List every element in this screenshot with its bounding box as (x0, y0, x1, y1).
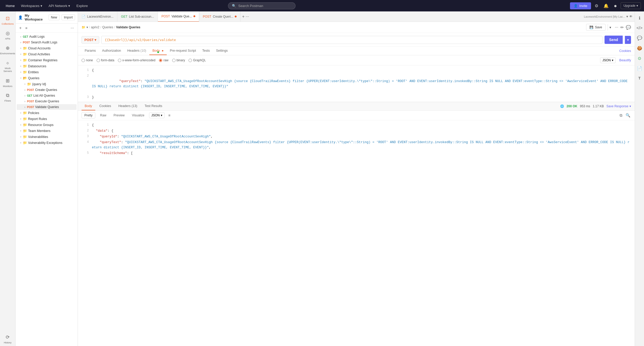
copy-button[interactable]: ⧉ (619, 112, 623, 118)
resp-format-visualize[interactable]: Visualize (129, 112, 147, 118)
tree-item-create-queries[interactable]: › POST Create Queries (17, 87, 77, 93)
save-button[interactable]: 💾 Save (586, 24, 605, 31)
tree-item-vulnerabilities[interactable]: › 📁 Vulnerabilities (17, 134, 77, 140)
sidebar-item-collections[interactable]: ⊡ Collections (1, 14, 15, 27)
save-dropdown-button[interactable]: ▾ (608, 24, 613, 31)
tab-validate-queries[interactable]: POST Validate Que... (158, 11, 199, 22)
settings-icon[interactable]: ⚙ (593, 2, 600, 9)
format-selector[interactable]: JSON ▾ (600, 57, 616, 63)
tree-item-vulnerability-exceptions[interactable]: › 📁 Vulnerability Exceptions (17, 140, 77, 146)
sidebar-item-environments[interactable]: ⊕ Environments (1, 43, 15, 57)
send-button[interactable]: Send (605, 36, 623, 44)
tab-params[interactable]: Params (82, 47, 99, 55)
cookie-jar-button[interactable]: 🍪 (635, 44, 644, 52)
radio-graphql[interactable]: GraphQL (189, 58, 206, 62)
upgrade-button[interactable]: Upgrade ▾ (621, 2, 641, 9)
url-input[interactable] (101, 36, 602, 44)
tree-item-team-members[interactable]: › 📁 Team Members (17, 128, 77, 134)
import-button[interactable]: Import (62, 15, 75, 20)
tree-item-report-rules[interactable]: › 📁 Report Rules (17, 116, 77, 122)
sidebar-item-history[interactable]: ⟳ History (1, 332, 15, 346)
response-format-selector[interactable]: JSON ▾ (149, 112, 165, 118)
breadcrumb-api-v2[interactable]: api/v2 (91, 25, 99, 29)
resp-format-preview[interactable]: Preview (111, 112, 127, 118)
invite-button[interactable]: 👤 Invite (570, 2, 591, 9)
edit-button[interactable]: ✏ (620, 25, 624, 30)
avatar-icon[interactable]: ● (612, 2, 619, 10)
save-response-button[interactable]: Save Response ▾ (606, 104, 631, 108)
request-body-editor[interactable]: 1 { 2 "queryText": "QUICKSTART_AWS_CTA_U… (78, 65, 635, 102)
breadcrumb-dropdown[interactable]: ▾ (86, 25, 88, 29)
radio-binary[interactable]: binary (172, 58, 185, 62)
tree-item-search-audit-logs[interactable]: › POST Search Audit Logs (17, 39, 77, 45)
tree-item-datasources[interactable]: › 📁 Datasources (17, 63, 77, 69)
env-dropdown-button[interactable]: ▾ (626, 15, 628, 18)
tab-authorization[interactable]: Authorization (99, 47, 124, 55)
tree-item-query-id[interactable]: › 📁 {query Id} (17, 81, 77, 87)
tab-create-query[interactable]: POST Create Queri... (199, 11, 240, 22)
env-eye-button[interactable]: 👁 (629, 15, 633, 18)
nav-home[interactable]: Home (3, 2, 17, 9)
tree-item-cloud-activities[interactable]: › 📁 Cloud Activities (17, 51, 77, 57)
info-panel-button[interactable]: ℹ (637, 14, 642, 22)
tree-item-validate-queries[interactable]: › POST Validate Queries (17, 104, 77, 110)
radio-form-data[interactable]: form-data (97, 58, 114, 62)
bell-icon[interactable]: 🔔 (602, 2, 610, 9)
resp-format-pretty[interactable]: Pretty (82, 112, 95, 118)
nav-explore[interactable]: Explore (74, 2, 90, 9)
chevron-right-icon: › (23, 83, 27, 85)
sidebar-item-mock-servers[interactable]: ⟐ Mock Servers (1, 58, 15, 75)
radio-none[interactable]: none (82, 58, 93, 62)
response-tab-test-results[interactable]: Test Results (142, 102, 165, 110)
tree-item-entities[interactable]: › 📁 Entities (17, 69, 77, 75)
add-tab-button[interactable]: + (242, 14, 244, 19)
response-tab-headers[interactable]: Headers (13) (115, 102, 140, 110)
nav-workspaces[interactable]: Workspaces ▾ (18, 2, 45, 9)
cookies-link[interactable]: Cookies (619, 47, 631, 55)
tree-item-cloud-accounts[interactable]: › 📁 Cloud Accounts (17, 45, 77, 51)
response-tab-cookies[interactable]: Cookies (96, 102, 114, 110)
radio-raw[interactable]: raw (159, 58, 168, 62)
comment-button[interactable]: 💬 (626, 25, 631, 30)
more-options-button[interactable]: ··· (615, 25, 618, 30)
tab-body[interactable]: Body ● (149, 47, 167, 55)
tree-item-resource-groups[interactable]: › 📁 Resource Groups (17, 122, 77, 128)
filter-icon[interactable]: ≡ (167, 113, 172, 118)
tab-tests[interactable]: Tests (199, 47, 213, 55)
new-button[interactable]: New (49, 15, 59, 20)
tree-item-container-registries[interactable]: › 📁 Container Registries (17, 57, 77, 63)
tab-lacework-env[interactable]: 📄 LaceworkEnviron... (78, 11, 117, 22)
radio-urlencoded[interactable]: x-www-form-urlencoded (118, 58, 155, 62)
breadcrumb-queries[interactable]: Queries (102, 25, 113, 29)
code-button[interactable]: </> (635, 24, 644, 32)
more-tabs-button[interactable]: ··· (246, 14, 249, 19)
text-icon[interactable]: T (637, 75, 642, 82)
resp-format-raw[interactable]: Raw (97, 112, 109, 118)
tree-item-execute-queries[interactable]: › POST Execute Queries (17, 98, 77, 104)
tab-list-sub[interactable]: GET List Sub-accoun... (117, 11, 158, 22)
tree-item-policies[interactable]: › 📁 Policies (17, 110, 77, 116)
tree-item-queries[interactable]: › 📂 Queries (17, 75, 77, 81)
add-collection-button[interactable]: + (18, 25, 23, 31)
beautify-button[interactable]: Beautify (619, 58, 631, 62)
sidebar-item-apis[interactable]: ◎ APIs (1, 28, 15, 42)
sidebar-item-flows[interactable]: ⧉ Flows (1, 91, 15, 104)
sidebar-item-monitors[interactable]: ⊞ Monitors (1, 76, 15, 90)
tree-item-audit-logs[interactable]: › GET Audit Logs (17, 34, 77, 39)
send-dropdown-button[interactable]: ▾ (625, 36, 631, 44)
method-selector[interactable]: POST ▾ (82, 36, 99, 44)
response-tab-body[interactable]: Body (82, 102, 95, 110)
filter-button[interactable]: ≡ (24, 25, 28, 31)
more-options-button[interactable]: ··· (70, 25, 75, 31)
docs-button[interactable]: 📄 (635, 64, 644, 72)
search-response-button[interactable]: 🔍 (625, 112, 631, 118)
connected-button[interactable]: ⊙ (636, 54, 643, 62)
tab-pre-request[interactable]: Pre-request Script (167, 47, 199, 55)
tab-headers[interactable]: Headers (10) (124, 47, 149, 55)
tab-settings[interactable]: Settings (213, 47, 231, 55)
nav-api-network[interactable]: API Network ▾ (46, 2, 73, 9)
sidebar-comments-button[interactable]: 💬 (635, 34, 644, 42)
search-bar[interactable]: 🔍 Search Postman (228, 2, 296, 9)
tree-item-list-all-queries[interactable]: › GET List All Queries (17, 93, 77, 98)
monitors-label: Monitors (3, 85, 12, 88)
